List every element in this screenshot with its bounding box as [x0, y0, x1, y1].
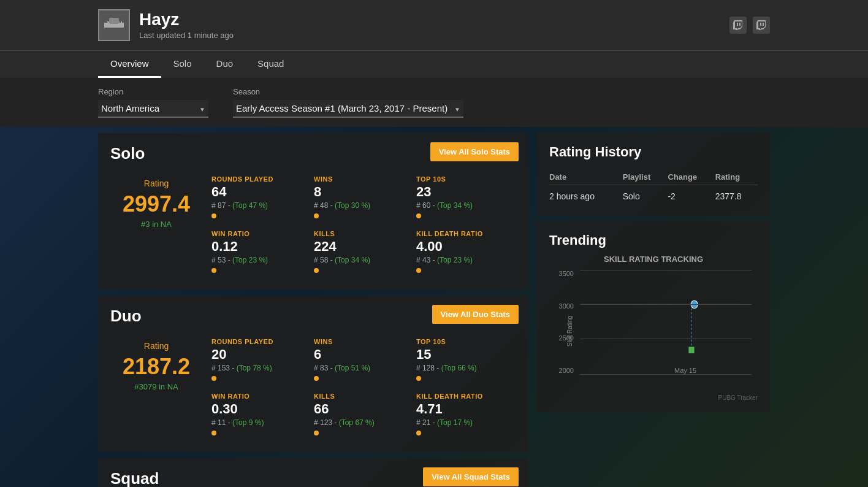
col-date: Date — [549, 169, 623, 185]
last-updated: Last updated 1 minute ago — [139, 31, 234, 40]
stat-dot — [416, 376, 421, 381]
row-date: 2 hours ago — [549, 185, 623, 205]
stat-dot — [211, 268, 216, 273]
duo-rating-value: 2187.2 — [116, 354, 196, 380]
rating-history-table: Date Playlist Change Rating 2 hours ago … — [549, 169, 758, 204]
solo-stat-wins: WINS 8 # 48 - (Top 30 %) — [314, 175, 404, 221]
twitch-icon-1[interactable] — [729, 17, 747, 34]
squad-section: Squad View All Squad Stats Rating 2080.8… — [98, 458, 528, 487]
solo-stats-grid: ROUNDS PLAYED 64 # 87 - (Top 47 %) WINS … — [202, 172, 516, 278]
header-icons — [729, 17, 770, 34]
duo-stat-wins: WINS 6 # 83 - (Top 51 %) — [314, 338, 404, 383]
rating-history-card: Rating History Date Playlist Change Rati… — [537, 133, 770, 215]
grid-line — [580, 270, 752, 270]
nav: Overview Solo Duo Squad — [0, 50, 868, 78]
nav-squad[interactable]: Squad — [245, 51, 296, 78]
filters: Region North America Season Early Access… — [0, 78, 868, 127]
view-all-solo-button[interactable]: View All Solo Stats — [430, 142, 519, 161]
y-axis-label: Skill Rating — [566, 316, 573, 347]
duo-rating-label: Rating — [116, 341, 196, 351]
stat-dot — [416, 213, 421, 218]
svg-rect-3 — [109, 18, 119, 24]
solo-stat-kills: KILLS 224 # 58 - (Top 34 %) — [314, 230, 404, 275]
solo-stat-winratio: WIN RATIO 0.12 # 53 - (Top 23 %) — [211, 230, 302, 275]
main-layout: Solo View All Solo Stats Rating 2997.4 #… — [0, 133, 868, 487]
solo-stat-top10: TOP 10S 23 # 60 - (Top 34 %) — [416, 175, 506, 221]
stat-dot — [211, 376, 216, 381]
solo-stats-row: Rating 2997.4 #3 in NA ROUNDS PLAYED 64 … — [110, 172, 516, 278]
duo-stat-top10: TOP 10S 15 # 128 - (Top 66 %) — [416, 338, 506, 383]
region-select[interactable]: North America — [98, 100, 208, 118]
chart-plot: May 15 — [580, 270, 752, 374]
stat-dot — [314, 213, 319, 218]
nav-duo[interactable]: Duo — [204, 51, 246, 78]
svg-rect-5 — [739, 23, 740, 26]
stat-dot — [211, 213, 216, 218]
chart-container: SKILL RATING TRACKING 3500 3000 2500 200… — [549, 255, 758, 401]
duo-stats-grid: ROUNDS PLAYED 20 # 153 - (Top 78 %) WINS… — [202, 335, 516, 441]
duo-rating-col: Rating 2187.2 #3079 in NA — [110, 335, 202, 441]
username: Hayz — [139, 10, 234, 29]
view-all-duo-button[interactable]: View All Duo Stats — [432, 305, 519, 324]
stat-dot — [416, 431, 421, 435]
solo-rating-label: Rating — [116, 178, 196, 188]
row-playlist: Solo — [623, 185, 668, 205]
stat-dot — [314, 268, 319, 273]
stat-dot — [314, 431, 319, 435]
season-label: Season — [233, 87, 463, 96]
stat-dot — [211, 431, 216, 435]
duo-section: Duo View All Duo Stats Rating 2187.2 #30… — [98, 296, 528, 452]
nav-overview[interactable]: Overview — [98, 51, 161, 78]
trending-card: Trending SKILL RATING TRACKING 3500 3000… — [537, 221, 770, 412]
season-filter: Season Early Access Season #1 (March 23,… — [233, 87, 463, 118]
header-info: Hayz Last updated 1 minute ago — [139, 10, 234, 40]
avatar: JUHH — [98, 9, 130, 41]
table-row: 2 hours ago Solo -2 2377.8 — [549, 185, 758, 205]
duo-stat-kills: KILLS 66 # 123 - (Top 67 %) — [314, 393, 404, 438]
row-change: -2 — [668, 185, 715, 205]
solo-rating-value: 2997.4 — [116, 191, 196, 217]
right-column: Rating History Date Playlist Change Rati… — [537, 133, 770, 487]
rating-history-title: Rating History — [549, 144, 758, 160]
duo-stats-row: Rating 2187.2 #3079 in NA ROUNDS PLAYED … — [110, 335, 516, 441]
chart-title: SKILL RATING TRACKING — [549, 255, 758, 264]
pubg-tracker-label: PUBG Tracker — [549, 394, 758, 401]
grid-line — [580, 374, 752, 375]
duo-stat-kdr: KILL DEATH RATIO 4.71 # 21 - (Top 17 %) — [416, 393, 506, 438]
solo-stat-kdr: KILL DEATH RATIO 4.00 # 43 - (Top 23 %) — [416, 230, 506, 275]
trending-title: Trending — [549, 232, 758, 248]
x-label: May 15 — [674, 367, 696, 374]
region-label: Region — [98, 87, 208, 96]
solo-rating-rank: #3 in NA — [116, 220, 196, 229]
stat-dot — [314, 376, 319, 381]
col-change: Change — [668, 169, 715, 185]
header: JUHH Hayz Last updated 1 minute ago — [0, 0, 868, 50]
stats-column: Solo View All Solo Stats Rating 2997.4 #… — [98, 133, 528, 487]
svg-rect-10 — [688, 347, 694, 353]
col-playlist: Playlist — [623, 169, 668, 185]
season-select[interactable]: Early Access Season #1 (March 23, 2017 -… — [233, 100, 463, 118]
chart-svg — [580, 270, 752, 374]
svg-rect-6 — [760, 23, 761, 26]
svg-rect-7 — [763, 23, 764, 26]
col-rating: Rating — [715, 169, 758, 185]
view-all-squad-button[interactable]: View All Squad Stats — [423, 467, 519, 486]
nav-solo[interactable]: Solo — [161, 51, 204, 78]
solo-section: Solo View All Solo Stats Rating 2997.4 #… — [98, 133, 528, 290]
grid-line — [580, 304, 752, 305]
chart-area: 3500 3000 2500 2000 Skill Rating — [549, 270, 758, 393]
row-rating: 2377.8 — [715, 185, 758, 205]
region-filter: Region North America — [98, 87, 208, 118]
twitch-icon-2[interactable] — [753, 17, 770, 34]
stat-dot — [416, 268, 421, 273]
solo-rating-col: Rating 2997.4 #3 in NA — [110, 172, 202, 278]
svg-rect-4 — [737, 23, 738, 26]
grid-line — [580, 339, 752, 339]
duo-stat-winratio: WIN RATIO 0.30 # 11 - (Top 9 %) — [211, 393, 302, 438]
duo-rating-rank: #3079 in NA — [116, 382, 196, 391]
duo-stat-rounds: ROUNDS PLAYED 20 # 153 - (Top 78 %) — [211, 338, 302, 383]
solo-stat-rounds: ROUNDS PLAYED 64 # 87 - (Top 47 %) — [211, 175, 302, 221]
